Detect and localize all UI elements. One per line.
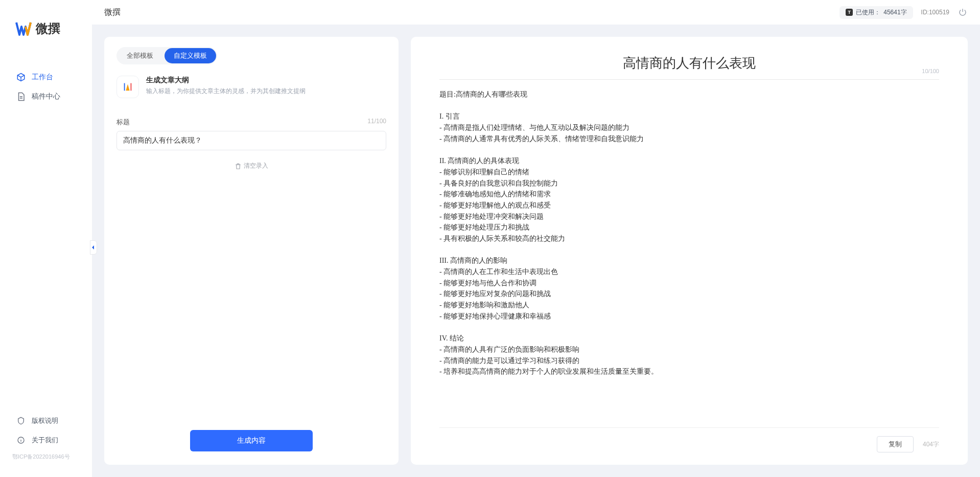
doc-title-counter: 10/100 <box>922 68 939 74</box>
nav-item-drafts[interactable]: 稿件中心 <box>0 87 92 106</box>
page-title: 微撰 <box>104 7 121 18</box>
text-count-icon: T <box>846 9 853 16</box>
content: 全部模板 自定义模板 生成文章大纲 输入标题，为你提供文章主体的灵感，并为其创建… <box>92 25 980 477</box>
nav-label: 工作台 <box>32 73 53 82</box>
usage-badge: T 已使用： 45641字 <box>839 6 913 19</box>
usage-prefix: 已使用： <box>856 8 880 17</box>
word-count: 404字 <box>923 440 939 449</box>
clear-label: 清空录入 <box>244 162 268 170</box>
generate-button[interactable]: 生成内容 <box>190 430 313 451</box>
output-panel: 高情商的人有什么表现 10/100 题目:高情商的人有哪些表现 I. 引言 - … <box>411 37 968 465</box>
info-icon <box>16 436 26 445</box>
field-label: 标题 <box>116 118 130 127</box>
nav-label: 关于我们 <box>32 436 58 445</box>
template-card: 生成文章大纲 输入标题，为你提供文章主体的灵感，并为其创建推文提纲 <box>116 64 386 104</box>
user-id: ID:100519 <box>921 9 949 16</box>
copy-button[interactable]: 复制 <box>877 436 914 452</box>
document-icon <box>16 92 26 101</box>
tab-all-templates[interactable]: 全部模板 <box>118 48 162 63</box>
chevron-left-icon <box>91 245 96 250</box>
brand-logo: 微撰 <box>0 15 92 52</box>
divider <box>439 79 939 80</box>
nav-item-workbench[interactable]: 工作台 <box>0 67 92 87</box>
trash-icon <box>235 163 242 170</box>
power-icon <box>958 8 967 17</box>
template-icon <box>116 76 139 98</box>
nav-item-about[interactable]: 关于我们 <box>0 430 92 450</box>
template-desc: 输入标题，为你提供文章主体的灵感，并为其创建推文提纲 <box>146 87 306 96</box>
sidebar-collapse-toggle[interactable] <box>90 240 97 255</box>
template-tabs: 全部模板 自定义模板 <box>116 47 217 64</box>
nav-item-copyright[interactable]: 版权说明 <box>0 411 92 430</box>
legal-text: 鄂ICP备2022016946号 <box>0 450 92 467</box>
header: 微撰 T 已使用： 45641字 ID:100519 <box>92 0 980 25</box>
title-field-row: 标题 11/100 <box>116 118 386 150</box>
doc-title-row: 高情商的人有什么表现 10/100 <box>439 49 939 79</box>
doc-footer: 复制 404字 <box>439 427 939 452</box>
doc-title: 高情商的人有什么表现 <box>439 54 939 72</box>
field-counter: 11/100 <box>367 118 386 127</box>
template-meta: 生成文章大纲 输入标题，为你提供文章主体的灵感，并为其创建推文提纲 <box>146 76 306 96</box>
template-panel: 全部模板 自定义模板 生成文章大纲 输入标题，为你提供文章主体的灵感，并为其创建… <box>104 37 399 465</box>
usage-value: 45641字 <box>883 8 906 17</box>
nav-label: 稿件中心 <box>32 92 60 101</box>
brand-name: 微撰 <box>36 20 60 37</box>
doc-body[interactable]: 题目:高情商的人有哪些表现 I. 引言 - 高情商是指人们处理情绪、与他人互动以… <box>439 89 939 422</box>
sidebar: 微撰 工作台 稿件中心 版权说明 <box>0 0 92 477</box>
nav-label: 版权说明 <box>32 416 58 425</box>
clear-button[interactable]: 清空录入 <box>116 162 386 170</box>
power-button[interactable] <box>958 7 968 17</box>
cube-icon <box>16 73 26 82</box>
template-title: 生成文章大纲 <box>146 76 306 85</box>
main: 微撰 T 已使用： 45641字 ID:100519 全部模板 自定义模板 <box>92 0 980 477</box>
logo-mark-icon <box>15 20 32 37</box>
title-input[interactable] <box>116 131 386 150</box>
sidebar-bottom: 版权说明 关于我们 鄂ICP备2022016946号 <box>0 411 92 477</box>
shield-icon <box>16 416 26 425</box>
nav: 工作台 稿件中心 <box>0 52 92 106</box>
tab-custom-templates[interactable]: 自定义模板 <box>165 48 216 63</box>
